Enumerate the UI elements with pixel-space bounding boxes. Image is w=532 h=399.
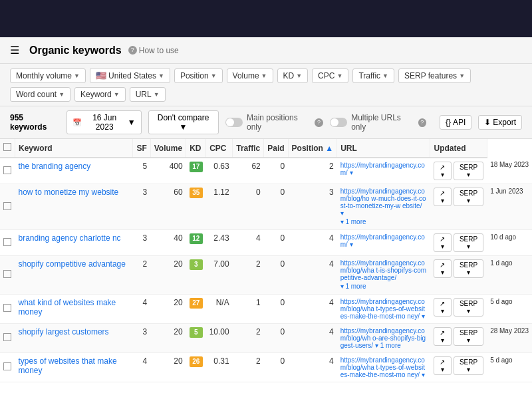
url-link[interactable]: https://mybrandingagency.com/blog/wha t-… — [340, 356, 425, 378]
row-checkbox-cell[interactable] — [0, 158, 15, 184]
row-checkbox-cell[interactable] — [0, 230, 15, 256]
url-link[interactable]: https://mybrandingagency.com/blog/wh o-a… — [340, 327, 426, 349]
cpc-filter[interactable]: CPC ▼ — [312, 68, 348, 83]
kd-badge: 5 — [190, 327, 203, 338]
table-row: how to monetize my website 3 60 35 1.12 … — [0, 184, 532, 230]
kd-badge: 26 — [190, 356, 203, 367]
compare-button[interactable]: Don't compare ▼ — [148, 110, 219, 134]
traffic-header[interactable]: Traffic — [233, 139, 264, 158]
serp-button[interactable]: SERP ▾ — [454, 298, 483, 317]
row-checkbox[interactable] — [3, 202, 11, 210]
url-link[interactable]: https://mybrandingagency.com/blog/wha t-… — [340, 259, 426, 281]
row-checkbox[interactable] — [3, 238, 11, 246]
table-row: branding agency charlotte nc 3 40 12 2.4… — [0, 230, 532, 256]
chevron-down-icon: ▼ — [180, 122, 188, 132]
keyword-link[interactable]: shopify competitive advantage — [19, 259, 126, 269]
trend-button[interactable]: ↗ ▾ — [434, 327, 452, 346]
select-all-checkbox[interactable] — [3, 143, 11, 151]
multiple-urls-toggle[interactable] — [330, 118, 347, 127]
row-checkbox-cell[interactable] — [0, 324, 15, 353]
keyword-link[interactable]: how to monetize my website — [19, 188, 119, 197]
export-button[interactable]: ⬇ Export — [478, 115, 522, 130]
traffic-filter[interactable]: Traffic ▼ — [352, 68, 394, 83]
keywords-table-wrapper: Keyword SF Volume KD CPC Traffic Paid Po… — [0, 139, 532, 382]
main-positions-toggle[interactable] — [225, 118, 243, 127]
row-checkbox-cell[interactable] — [0, 256, 15, 295]
multiple-urls-help-icon: ? — [418, 118, 426, 127]
row-checkbox[interactable] — [3, 166, 11, 174]
trend-button[interactable]: ↗ ▾ — [434, 162, 452, 180]
api-button[interactable]: {} API — [440, 115, 471, 130]
volume-filter[interactable]: Volume ▼ — [227, 68, 273, 83]
sf-header[interactable]: SF — [133, 139, 150, 158]
keyword-link[interactable]: what kind of websites make money — [19, 298, 116, 317]
chevron-down-icon: ▼ — [211, 72, 217, 79]
traffic-cell: 2 — [233, 324, 264, 353]
keyword-header[interactable]: Keyword — [15, 139, 133, 158]
traffic-cell: 4 — [233, 230, 264, 256]
trend-button[interactable]: ↗ ▾ — [434, 188, 452, 206]
position-cell: 4 — [288, 256, 337, 295]
paid-header[interactable]: Paid — [264, 139, 288, 158]
position-header[interactable]: Position ▲ — [288, 139, 337, 158]
keyword-filter[interactable]: Keyword ▼ — [74, 87, 126, 102]
url-header[interactable]: URL — [337, 139, 430, 158]
more-link[interactable]: ▾ 1 more — [340, 283, 366, 290]
keyword-link[interactable]: the branding agency — [19, 162, 91, 171]
word-count-filter[interactable]: Word count ▼ — [10, 87, 70, 102]
how-to-use-link[interactable]: ? How to use — [128, 46, 179, 55]
row-checkbox[interactable] — [3, 270, 11, 278]
keyword-link[interactable]: shopify largest customers — [19, 327, 109, 336]
row-checkbox-cell[interactable] — [0, 184, 15, 230]
volume-header[interactable]: Volume — [150, 139, 186, 158]
url-link[interactable]: https://mybrandingagency.com/ ▾ — [340, 233, 425, 248]
cpc-cell: 7.00 — [206, 256, 233, 295]
keyword-link[interactable]: branding agency charlotte nc — [19, 233, 121, 243]
page-title: Organic keywords — [29, 45, 122, 57]
row-checkbox[interactable] — [3, 304, 11, 312]
table-row: types of websites that make money 4 20 2… — [0, 353, 532, 382]
row-checkbox-cell[interactable] — [0, 295, 15, 324]
main-positions-toggle-group: Main positions only ? — [225, 113, 323, 132]
kd-filter[interactable]: KD ▼ — [277, 68, 309, 83]
date-picker[interactable]: 📅 16 Jun 2023 ▼ — [66, 110, 142, 134]
position-filter[interactable]: Position ▼ — [174, 68, 223, 83]
monthly-volume-filter[interactable]: Monthly volume ▼ — [10, 68, 86, 83]
url-link[interactable]: https://mybrandingagency.com/blog/ho w-m… — [340, 188, 426, 217]
serp-button[interactable]: SERP ▾ — [454, 188, 483, 206]
row-checkbox[interactable] — [3, 362, 11, 370]
sf-cell: 2 — [133, 256, 150, 295]
serp-button[interactable]: SERP ▾ — [454, 233, 483, 252]
url-filter[interactable]: URL ▼ — [130, 87, 166, 102]
sf-cell: 3 — [133, 324, 150, 353]
row-checkbox[interactable] — [3, 333, 11, 341]
serp-features-filter[interactable]: SERP features ▼ — [398, 68, 471, 83]
chevron-down-icon: ▼ — [114, 91, 120, 98]
trend-button[interactable]: ↗ ▾ — [434, 259, 452, 278]
cpc-header[interactable]: CPC — [206, 139, 233, 158]
serp-button[interactable]: SERP ▾ — [454, 327, 483, 346]
cpc-cell: 0.31 — [206, 353, 233, 382]
trend-button[interactable]: ↗ ▾ — [434, 233, 452, 252]
traffic-cell: 0 — [233, 184, 264, 230]
row-checkbox-cell[interactable] — [0, 353, 15, 382]
more-link[interactable]: ▾ 1 more — [340, 218, 366, 225]
country-filter[interactable]: 🇺🇸 United States ▼ — [90, 68, 170, 83]
chevron-down-icon: ▼ — [296, 72, 302, 79]
url-link[interactable]: https://mybrandingagency.com/ ▾ — [340, 162, 425, 176]
kd-header[interactable]: KD — [186, 139, 206, 158]
traffic-cell: 2 — [233, 353, 264, 382]
url-link[interactable]: https://mybrandingagency.com/blog/wha t-… — [340, 298, 425, 320]
trend-button[interactable]: ↗ ▾ — [434, 298, 452, 317]
cpc-cell: 2.43 — [206, 230, 233, 256]
updated-header[interactable]: Updated — [430, 139, 487, 158]
url-cell: https://mybrandingagency.com/blog/wh o-a… — [337, 324, 430, 353]
menu-icon[interactable]: ☰ — [10, 44, 19, 57]
serp-button[interactable]: SERP ▾ — [454, 162, 483, 180]
serp-button[interactable]: SERP ▾ — [454, 259, 483, 278]
trend-button[interactable]: ↗ ▾ — [434, 356, 452, 375]
volume-cell: 400 — [150, 158, 186, 184]
select-all-header[interactable] — [0, 139, 15, 158]
keyword-link[interactable]: types of websites that make money — [19, 356, 117, 375]
serp-button[interactable]: SERP ▾ — [454, 356, 483, 375]
